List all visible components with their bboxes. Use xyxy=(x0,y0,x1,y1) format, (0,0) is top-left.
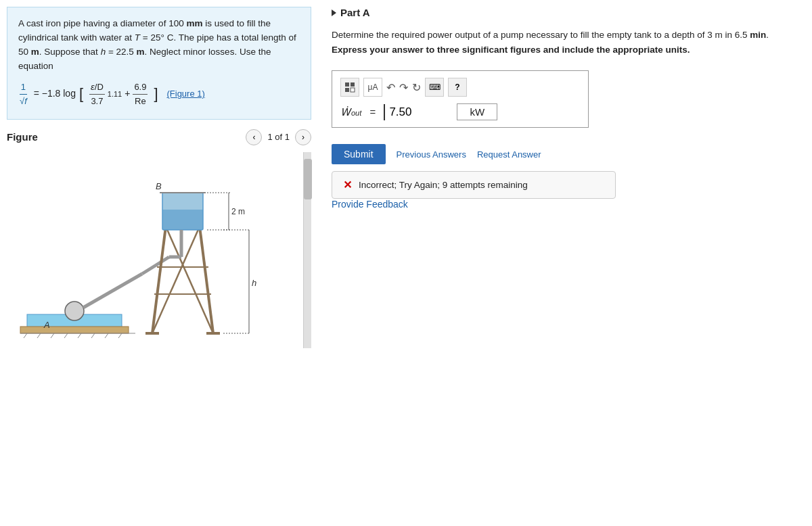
unit-field[interactable]: kW xyxy=(457,103,497,120)
figure-svg: A xyxy=(7,152,298,348)
grid-icon xyxy=(344,82,355,93)
svg-line-8 xyxy=(91,333,95,338)
svg-line-6 xyxy=(64,333,68,338)
svg-text:h: h xyxy=(252,278,256,288)
figure-image: A xyxy=(7,152,298,348)
equals-input: = xyxy=(367,106,378,118)
lhs-denominator: √f xyxy=(18,95,28,108)
re-bottom: Re xyxy=(133,95,148,108)
svg-rect-1 xyxy=(20,327,129,333)
figure-next-button[interactable]: › xyxy=(295,129,311,145)
help-button[interactable]: ? xyxy=(448,78,467,97)
formula-lhs: 1 √f xyxy=(18,80,28,108)
undo-button[interactable]: ↶ xyxy=(386,81,395,94)
error-icon: ✕ xyxy=(343,178,352,191)
figure-container: A xyxy=(7,152,311,348)
redo-button[interactable]: ↷ xyxy=(399,81,408,94)
ed-bottom: 3.7 xyxy=(89,95,104,108)
figure-label: Figure xyxy=(7,131,38,143)
svg-line-13 xyxy=(83,274,142,308)
svg-rect-38 xyxy=(351,82,355,87)
svg-rect-39 xyxy=(345,88,349,92)
svg-line-3 xyxy=(24,333,27,338)
refresh-button[interactable]: ↻ xyxy=(412,81,421,94)
svg-line-10 xyxy=(118,333,122,338)
figure-page-indicator: 1 of 1 xyxy=(267,132,290,142)
grid-button[interactable] xyxy=(340,78,359,97)
part-header: Part A xyxy=(332,7,798,18)
part-label: Part A xyxy=(340,7,370,18)
left-panel: A cast iron pipe having a diameter of 10… xyxy=(0,0,318,526)
right-bracket: ] xyxy=(154,87,158,101)
request-answer-link[interactable]: Request Answer xyxy=(477,149,541,160)
figure-nav: ‹ 1 of 1 › xyxy=(246,129,311,145)
svg-line-14 xyxy=(142,257,169,274)
svg-line-5 xyxy=(51,333,54,338)
ed-top: ε/D xyxy=(89,80,105,95)
svg-text:2 m: 2 m xyxy=(231,207,245,216)
svg-line-9 xyxy=(105,333,108,338)
svg-rect-24 xyxy=(162,210,203,230)
keyboard-button[interactable]: ⌨ xyxy=(425,78,444,97)
lhs-numerator: 1 xyxy=(20,80,27,95)
error-box: ✕ Incorrect; Try Again; 9 attempts remai… xyxy=(332,171,616,199)
action-row: Submit Previous Answers Request Answer xyxy=(332,144,798,164)
lhs-fraction: 1 √f xyxy=(18,80,28,108)
exponent-wrap: 1.11 xyxy=(108,89,122,100)
question-line1: Determine the required power output of a… xyxy=(332,30,769,40)
scrollbar-thumb[interactable] xyxy=(304,159,312,199)
provide-feedback-link[interactable]: Provide Feedback xyxy=(332,199,408,210)
svg-rect-40 xyxy=(351,88,355,92)
svg-rect-37 xyxy=(345,82,349,87)
error-message: Incorrect; Try Again; 9 attempts remaini… xyxy=(359,180,528,190)
re-fraction: 6.9 Re xyxy=(133,80,148,108)
svg-point-11 xyxy=(65,302,84,320)
w-subscript: out xyxy=(351,109,361,117)
plus-sign: + xyxy=(125,87,130,101)
figure-ref-link[interactable]: (Figure 1) xyxy=(166,87,204,101)
svg-line-7 xyxy=(78,333,81,338)
previous-answers-link[interactable]: Previous Answers xyxy=(397,149,466,160)
help-icon: ? xyxy=(455,82,459,92)
problem-text: A cast iron pipe having a diameter of 10… xyxy=(18,17,300,74)
keyboard-icon: ⌨ xyxy=(429,82,441,92)
scrollbar[interactable] xyxy=(303,152,311,348)
svg-line-4 xyxy=(37,333,41,338)
mu-button[interactable]: μA xyxy=(363,78,382,97)
ed-fraction: ε/D 3.7 xyxy=(89,80,105,108)
right-panel: Part A Determine the required power outp… xyxy=(318,0,812,526)
question-line2: Express your answer to three significant… xyxy=(332,45,690,55)
question-text: Determine the required power output of a… xyxy=(332,28,798,57)
submit-button[interactable]: Submit xyxy=(332,144,386,164)
re-top: 6.9 xyxy=(133,80,148,95)
figure-section: Figure ‹ 1 of 1 › xyxy=(7,129,311,348)
answer-input-field[interactable] xyxy=(384,104,451,120)
bracket-content: ε/D 3.7 1.11 + 6.9 Re xyxy=(87,79,150,110)
svg-text:B: B xyxy=(156,181,162,191)
formula-display: 1 √f = −1.8 log [ ε/D 3.7 1.11 + 6.9 Re … xyxy=(18,79,300,110)
problem-box: A cast iron pipe having a diameter of 10… xyxy=(7,7,311,120)
svg-text:A: A xyxy=(43,320,50,330)
w-out-label: Ẇout xyxy=(340,106,361,118)
input-row: Ẇout = kW xyxy=(340,103,580,120)
left-bracket: [ xyxy=(79,87,83,101)
collapse-icon[interactable] xyxy=(332,9,336,16)
answer-toolbar: μA ↶ ↷ ↻ ⌨ ? xyxy=(340,78,580,97)
answer-area: μA ↶ ↷ ↻ ⌨ ? Ẇout = kW xyxy=(332,70,589,128)
equals-sign: = −1.8 log xyxy=(31,87,76,101)
figure-prev-button[interactable]: ‹ xyxy=(246,129,262,145)
